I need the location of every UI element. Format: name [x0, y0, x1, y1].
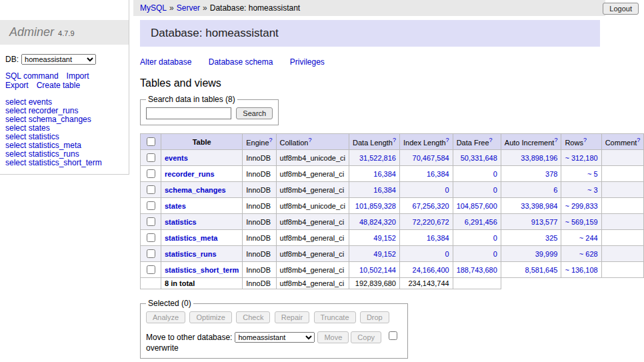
rows-count-link[interactable]: ~ 312,180: [565, 154, 597, 162]
move-db-select[interactable]: homeassistant: [235, 332, 315, 343]
table-header-row: Table Engine? Collation? Data Length? In…: [141, 134, 644, 150]
breadcrumb-mysql-link[interactable]: MySQL: [140, 3, 167, 13]
check-button[interactable]: Check: [236, 311, 270, 323]
row-checkbox[interactable]: [147, 153, 155, 162]
table-link[interactable]: statistics_runs: [165, 250, 217, 258]
rows-count-link[interactable]: ~ 136,108: [565, 266, 597, 274]
auto-increment-link[interactable]: 39,999: [535, 250, 558, 258]
engine-cell: InnoDB: [243, 150, 276, 166]
data-free-link[interactable]: 50,331,648: [461, 154, 497, 162]
logout-button[interactable]: Logout: [603, 3, 639, 15]
data-length-help-link[interactable]: ?: [393, 137, 396, 143]
rows-count-link[interactable]: ~ 5: [587, 170, 598, 178]
table-link[interactable]: statistics_meta: [165, 234, 218, 242]
data-free-link[interactable]: 0: [493, 170, 497, 178]
data-length-link[interactable]: 101,859,328: [355, 202, 396, 210]
auto-increment-link[interactable]: 6: [553, 186, 557, 194]
sidebar: Adminer4.7.9 DB:homeassistant SQL comman…: [0, 0, 129, 175]
copy-button[interactable]: Copy: [351, 331, 381, 343]
row-checkbox[interactable]: [147, 201, 155, 210]
database-schema-link[interactable]: Database schema: [209, 57, 273, 67]
rows-count-link[interactable]: ~ 3: [587, 186, 598, 194]
table-link[interactable]: schema_changes: [165, 186, 226, 194]
index-length-link[interactable]: 0: [445, 186, 449, 194]
data-length-link[interactable]: 16,384: [373, 170, 396, 178]
data-free-link[interactable]: 0: [493, 250, 497, 258]
table-row: states InnoDB utf8mb4_unicode_ci 101,859…: [141, 198, 644, 214]
rows-count-link[interactable]: ~ 299,833: [565, 202, 597, 210]
auto-increment-help-link[interactable]: ?: [554, 137, 557, 143]
rows-help-link[interactable]: ?: [583, 137, 587, 143]
breadcrumb-server-link[interactable]: Server: [177, 3, 200, 13]
row-checkbox[interactable]: [147, 169, 155, 178]
search-button[interactable]: Search: [236, 107, 273, 119]
search-input[interactable]: [146, 107, 231, 119]
data-length-link[interactable]: 16,384: [373, 186, 396, 194]
auto-increment-link[interactable]: 33,398,984: [521, 202, 557, 210]
engine-help-link[interactable]: ?: [269, 137, 273, 143]
drop-button[interactable]: Drop: [360, 311, 389, 323]
data-length-cell: 10,502,144: [349, 262, 400, 278]
optimize-button[interactable]: Optimize: [189, 311, 231, 323]
data-free-link[interactable]: 6,291,456: [465, 218, 497, 226]
auto-increment-link[interactable]: 8,581,645: [525, 266, 557, 274]
index-length-link[interactable]: 16,384: [427, 170, 449, 178]
table-link[interactable]: states: [165, 202, 186, 210]
privileges-link[interactable]: Privileges: [290, 57, 325, 67]
index-length-link[interactable]: 24,166,400: [413, 266, 449, 274]
sidebar-item-select-statistics-short-term[interactable]: select statistics_short_term: [5, 159, 123, 167]
data-free-help-link[interactable]: ?: [489, 137, 493, 143]
index-length-help-link[interactable]: ?: [446, 137, 449, 143]
index-length-link[interactable]: 0: [445, 250, 449, 258]
table-link[interactable]: events: [165, 154, 188, 162]
select-all-checkbox[interactable]: [147, 137, 155, 146]
truncate-button[interactable]: Truncate: [314, 311, 356, 323]
data-length-link[interactable]: 49,152: [373, 250, 396, 258]
table-link[interactable]: statistics_short_term: [165, 266, 239, 274]
table-link[interactable]: statistics: [165, 218, 197, 226]
data-length-link[interactable]: 48,824,320: [359, 218, 396, 226]
row-checkbox[interactable]: [147, 249, 155, 258]
index-length-link[interactable]: 67,256,320: [413, 202, 449, 210]
auto-increment-link[interactable]: 325: [545, 234, 557, 242]
overwrite-checkbox[interactable]: [389, 331, 397, 340]
auto-increment-link[interactable]: 913,577: [531, 218, 558, 226]
repair-button[interactable]: Repair: [275, 311, 309, 323]
data-length-link[interactable]: 49,152: [373, 234, 396, 242]
comment-cell: [601, 230, 644, 246]
rows-count-link[interactable]: ~ 244: [579, 234, 598, 242]
index-length-link[interactable]: 16,384: [427, 234, 449, 242]
collation-cell: utf8mb4_general_ci: [276, 182, 349, 198]
row-checkbox[interactable]: [147, 185, 155, 194]
data-free-link[interactable]: 104,857,600: [457, 202, 497, 210]
data-length-link[interactable]: 31,522,816: [359, 154, 396, 162]
col-table: Table: [161, 134, 243, 150]
comment-help-link[interactable]: ?: [637, 137, 640, 143]
index-length-link[interactable]: 70,467,584: [413, 154, 449, 162]
analyze-button[interactable]: Analyze: [146, 311, 185, 323]
table-link[interactable]: recorder_runs: [165, 170, 215, 178]
rows-count-link[interactable]: ~ 569,159: [565, 218, 597, 226]
sidebar-import-link[interactable]: Import: [67, 71, 89, 81]
data-free-link[interactable]: 0: [493, 234, 497, 242]
sidebar-sql-command-link[interactable]: SQL command: [5, 71, 59, 81]
overwrite-label: overwrite: [146, 343, 179, 353]
row-checkbox[interactable]: [147, 217, 155, 226]
db-select[interactable]: homeassistant: [21, 54, 96, 65]
data-free-link[interactable]: 0: [493, 186, 497, 194]
rows-count-link[interactable]: ~ 628: [579, 250, 598, 258]
sidebar-actions: SQL commandImport ExportCreate table: [5, 71, 123, 90]
alter-database-link[interactable]: Alter database: [140, 57, 191, 67]
data-length-link[interactable]: 10,502,144: [359, 266, 396, 274]
auto-increment-link[interactable]: 33,898,196: [521, 154, 557, 162]
collation-help-link[interactable]: ?: [308, 137, 311, 143]
table-name-cell: statistics_meta: [161, 230, 243, 246]
row-checkbox[interactable]: [147, 265, 155, 274]
index-length-link[interactable]: 72,220,672: [413, 218, 449, 226]
data-free-link[interactable]: 188,743,680: [457, 266, 497, 274]
move-button[interactable]: Move: [317, 331, 349, 343]
sidebar-create-table-link[interactable]: Create table: [37, 81, 80, 90]
sidebar-export-link[interactable]: Export: [5, 81, 29, 90]
auto-increment-link[interactable]: 378: [545, 170, 557, 178]
row-checkbox[interactable]: [147, 233, 155, 242]
